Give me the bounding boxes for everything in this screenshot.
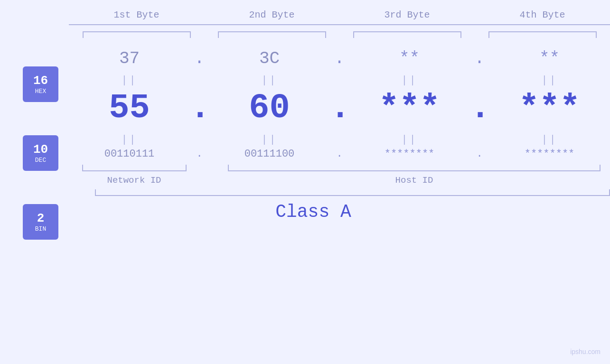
dec-base-num: 10 [33, 142, 48, 157]
dec-value-1: 55 [109, 89, 150, 128]
hex-byte-3: ** [349, 49, 470, 68]
full-bottom-bracket [95, 189, 610, 196]
bracket-cell-1 [69, 30, 204, 39]
class-label: Class A [43, 202, 584, 222]
separator-row-2: || || || || [69, 131, 610, 148]
hex-byte-2: 3C [209, 49, 330, 68]
sep-2-b4: || [489, 134, 610, 146]
hex-dot-1: . [190, 49, 209, 68]
byte-header-3: 3rd Byte [339, 9, 475, 25]
network-bracket [82, 165, 187, 171]
hex-base-label: HEX [35, 88, 46, 95]
dec-dot-2: . [330, 89, 349, 128]
hex-dot-3: . [470, 49, 489, 68]
main-container: 16 HEX 10 DEC 2 BIN 1st Byte 2nd Byte 3r… [0, 0, 610, 364]
host-id-section: Host ID [218, 165, 610, 186]
bin-value-1: 00110111 [104, 148, 155, 160]
bin-byte-3: ******** [349, 148, 470, 160]
top-bracket-4 [488, 31, 597, 38]
bracket-cell-2 [204, 30, 339, 39]
bin-byte-1: 00110111 [69, 148, 190, 160]
dec-byte-3: *** [349, 89, 470, 128]
dec-byte-2: 60 [209, 89, 330, 128]
byte-headers-row: 1st Byte 2nd Byte 3rd Byte 4th Byte [69, 9, 610, 25]
network-id-section: Network ID [69, 165, 199, 186]
bin-value-4: ******** [525, 148, 575, 160]
bin-byte-2: 00111100 [209, 148, 330, 160]
bin-value-3: ******** [385, 148, 435, 160]
hex-byte-4: ** [489, 49, 610, 68]
dec-base-label: DEC [35, 157, 46, 164]
top-brackets [69, 30, 610, 39]
host-id-label: Host ID [395, 175, 433, 186]
top-bracket-3 [353, 31, 461, 38]
dec-byte-1: 55 [69, 89, 190, 128]
bracket-cell-4 [475, 30, 610, 39]
hex-byte-1: 37 [69, 49, 190, 68]
hex-row: 37 . 3C . ** . ** [69, 49, 610, 68]
hex-badge: 16 HEX [23, 66, 58, 102]
dec-badge: 10 DEC [23, 135, 58, 171]
sep-1-b3: || [349, 75, 470, 86]
hex-value-1: 37 [119, 49, 140, 68]
bin-value-2: 00111100 [244, 148, 295, 160]
bin-byte-4: ******** [489, 148, 610, 160]
bracket-cell-3 [339, 30, 475, 39]
bin-dot-3: . [470, 148, 489, 160]
dec-row: 55 . 60 . *** . *** [69, 89, 610, 128]
sep-1-b4: || [489, 75, 610, 86]
watermark: ipshu.com [570, 348, 601, 355]
bin-base-num: 2 [37, 211, 45, 225]
dec-value-4: *** [519, 89, 581, 128]
bin-dot-2: . [330, 148, 349, 160]
sep-1-b2: || [209, 75, 330, 86]
dec-dot-1: . [190, 89, 209, 128]
hex-base-num: 16 [33, 74, 48, 88]
bin-dot-1: . [190, 148, 209, 160]
separator-row-1: || || || || [69, 72, 610, 89]
hex-value-4: ** [539, 49, 560, 68]
byte-header-4: 4th Byte [475, 9, 610, 25]
host-bracket [228, 165, 601, 171]
dec-value-2: 60 [249, 89, 290, 128]
byte-header-2: 2nd Byte [204, 9, 339, 25]
hex-value-2: 3C [259, 49, 280, 68]
bin-badge: 2 BIN [23, 204, 58, 240]
bin-row: 00110111 . 00111100 . ******** . *******… [69, 148, 610, 160]
hex-dot-2: . [330, 49, 349, 68]
main-grid: 1st Byte 2nd Byte 3rd Byte 4th Byte 37 [69, 9, 610, 222]
sep-2-b1: || [69, 134, 190, 146]
byte-header-1: 1st Byte [69, 9, 204, 25]
dec-byte-4: *** [489, 89, 610, 128]
hex-value-3: ** [399, 49, 420, 68]
network-id-label: Network ID [107, 175, 161, 186]
dec-value-3: *** [379, 89, 441, 128]
sep-1-b1: || [69, 75, 190, 86]
bin-base-label: BIN [35, 225, 46, 233]
top-bracket-1 [83, 31, 191, 38]
top-bracket-2 [218, 31, 326, 38]
sep-2-b2: || [209, 134, 330, 146]
bottom-bracket-labels: Network ID Host ID [69, 165, 610, 186]
badges-column: 16 HEX 10 DEC 2 BIN [23, 66, 58, 240]
sep-2-b3: || [349, 134, 470, 146]
dec-dot-3: . [470, 89, 489, 128]
